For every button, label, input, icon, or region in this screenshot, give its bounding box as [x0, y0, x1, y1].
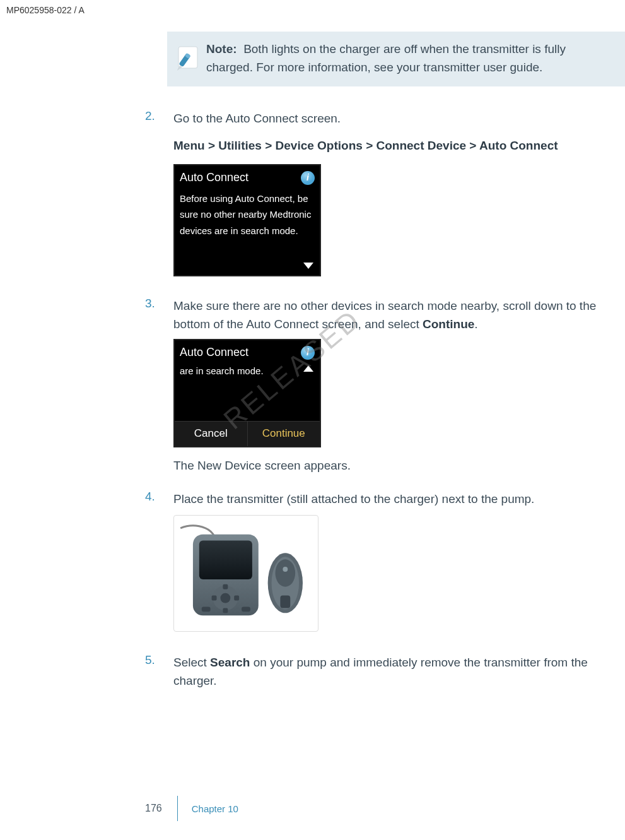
footer-separator — [177, 796, 178, 821]
step-3-after: The New Device screen appears. — [173, 456, 625, 475]
scroll-up-icon — [303, 365, 313, 372]
note-label: Note: — [206, 42, 237, 56]
scroll-down-icon — [303, 263, 313, 269]
step-5-text: Select Search on your pump and immediate… — [173, 653, 625, 690]
svg-point-6 — [220, 593, 230, 603]
step-4-text: Place the transmitter (still attached to… — [173, 490, 625, 508]
cancel-button[interactable]: Cancel — [175, 422, 248, 446]
svg-rect-10 — [234, 595, 239, 600]
step-number: 5. — [145, 653, 173, 690]
svg-rect-11 — [202, 606, 211, 612]
step-number: 2. — [145, 109, 173, 281]
step-2-text: Go to the Auto Connect screen. — [173, 109, 625, 127]
svg-rect-8 — [223, 608, 228, 613]
note-text: Note: Both lights on the charger are off… — [206, 40, 615, 76]
device-screen-auto-connect-2: Auto Connect i are in search mode. Cance… — [173, 339, 321, 447]
page-number: 176 — [145, 803, 162, 814]
svg-point-15 — [275, 559, 295, 587]
svg-point-17 — [283, 567, 288, 572]
svg-rect-7 — [223, 584, 228, 589]
step-2: 2. Go to the Auto Connect screen. Menu >… — [145, 109, 625, 281]
info-icon: i — [301, 346, 315, 360]
note-callout: Note: Both lights on the charger are off… — [167, 32, 625, 86]
step-4: 4. Place the transmitter (still attached… — [145, 490, 625, 637]
svg-rect-12 — [242, 606, 250, 612]
step-number: 3. — [145, 297, 173, 475]
screen-body: are in search mode. — [175, 363, 320, 384]
step-3-text: Make sure there are no other devices in … — [173, 297, 625, 334]
svg-rect-16 — [280, 595, 290, 608]
continue-button[interactable]: Continue — [248, 422, 320, 446]
svg-rect-9 — [212, 595, 217, 600]
screen-title: Auto Connect — [180, 169, 248, 187]
page-footer: 176 Chapter 10 — [145, 796, 238, 821]
screen-button-row: Cancel Continue — [175, 421, 320, 446]
step-number: 4. — [145, 490, 173, 637]
doc-header-id: MP6025958-022 / A — [6, 5, 85, 15]
svg-rect-4 — [199, 540, 252, 579]
note-body: Both lights on the charger are off when … — [206, 42, 566, 74]
step-3: 3. Make sure there are no other devices … — [145, 297, 625, 475]
pump-transmitter-illustration — [173, 515, 318, 632]
note-icon — [173, 43, 202, 74]
info-icon: i — [301, 171, 315, 185]
page-content: Note: Both lights on the charger are off… — [145, 32, 625, 706]
menu-path: Menu > Utilities > Device Options > Conn… — [173, 136, 625, 155]
step-5: 5. Select Search on your pump and immedi… — [145, 653, 625, 690]
screen-body: Before using Auto Connect, be sure no ot… — [175, 188, 320, 244]
chapter-label: Chapter 10 — [192, 803, 238, 814]
device-screen-auto-connect-1: Auto Connect i Before using Auto Connect… — [173, 164, 321, 276]
screen-title: Auto Connect — [180, 344, 248, 362]
